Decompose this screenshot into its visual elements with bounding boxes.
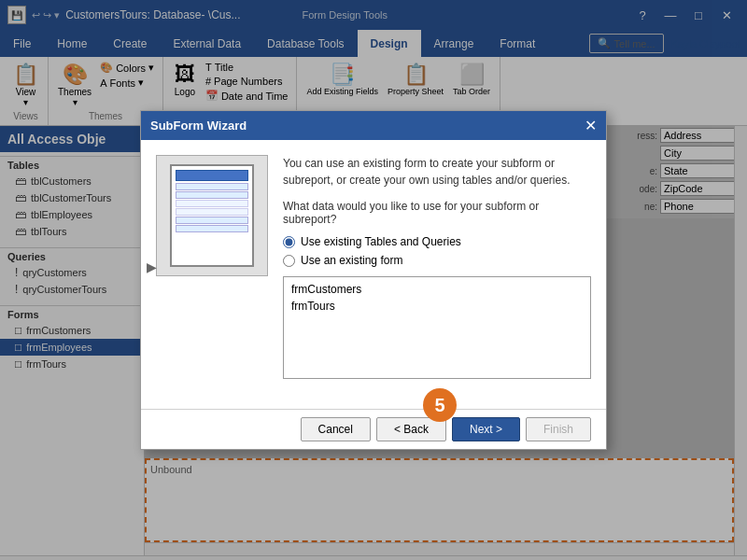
wizard-preview-image — [156, 155, 268, 276]
wizard-text-area: You can use an existing form to create y… — [283, 155, 591, 379]
subform-wizard-dialog: SubForm Wizard ✕ — [140, 110, 607, 450]
dialog-title: SubForm Wizard — [150, 119, 247, 133]
radio-option-form[interactable]: Use an existing form — [283, 254, 591, 267]
step-badge: 5 — [423, 388, 457, 422]
dialog-overlay: SubForm Wizard ✕ — [0, 0, 747, 560]
wizard-arrow: ▶ — [147, 259, 279, 274]
dialog-title-bar: SubForm Wizard ✕ — [141, 111, 606, 140]
cancel-button[interactable]: Cancel — [301, 417, 371, 441]
radio-option-tables[interactable]: Use existing Tables and Queries — [283, 235, 591, 248]
dialog-top: ▶ You can use an existing form to create… — [156, 155, 591, 379]
finish-button[interactable]: Finish — [526, 417, 591, 441]
dialog-body: ▶ You can use an existing form to create… — [141, 140, 606, 409]
radio-form-label: Use an existing form — [301, 254, 402, 267]
list-item-frmCustomers[interactable]: frmCustomers — [288, 281, 586, 298]
radio-tables-label: Use existing Tables and Queries — [301, 235, 461, 248]
radio-form-input[interactable] — [283, 255, 295, 267]
source-list-box[interactable]: frmCustomers frmTours — [283, 276, 591, 379]
next-button[interactable]: Next > — [452, 417, 520, 441]
dialog-footer: Cancel < Back Next > Finish — [141, 409, 606, 449]
list-item-frmTours[interactable]: frmTours — [288, 298, 586, 315]
dialog-close-button[interactable]: ✕ — [585, 117, 597, 134]
radio-group: Use existing Tables and Queries Use an e… — [283, 235, 591, 267]
radio-tables-input[interactable] — [283, 236, 295, 248]
dialog-description: You can use an existing form to create y… — [283, 155, 591, 189]
wizard-image-container: ▶ — [156, 155, 268, 379]
dialog-question: What data would you like to use for your… — [283, 200, 591, 226]
